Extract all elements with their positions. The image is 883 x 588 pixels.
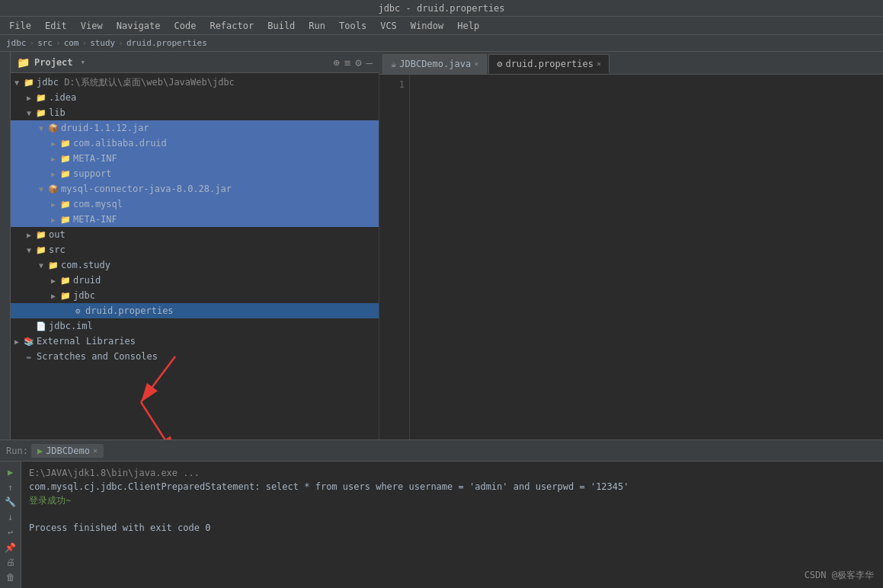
tree-label: META-INF bbox=[73, 153, 117, 164]
run-delete-btn[interactable]: 🗑 bbox=[2, 570, 19, 584]
run-play-btn[interactable]: ▶ bbox=[2, 465, 19, 479]
project-panel-header: 📁 Project ▾ ⊕ ≡ ⚙ — bbox=[11, 52, 379, 73]
tree-item-druid-props[interactable]: ⚙druid.properties bbox=[11, 303, 379, 318]
tree-item-ext-libs[interactable]: ▶📚External Libraries bbox=[11, 334, 379, 349]
run-label: Run: bbox=[6, 446, 28, 456]
menu-item-view[interactable]: View bbox=[75, 19, 109, 33]
breadcrumb-separator: › bbox=[30, 38, 35, 48]
tree-icon-iml: 📄 bbox=[35, 321, 47, 331]
editor-content: 1 bbox=[379, 75, 883, 439]
watermark: CSDN @极客李华 bbox=[805, 569, 874, 582]
tree-item-com-mysql[interactable]: ▶📁com.mysql bbox=[11, 197, 379, 212]
tab-close-btn[interactable]: ✕ bbox=[474, 59, 478, 68]
collapse-btn[interactable]: ≡ bbox=[344, 56, 350, 69]
tree-item-jdbc-root[interactable]: ▼📁jdbc D:\系统默认\桌面\web\JavaWeb\jdbc bbox=[11, 75, 379, 90]
tree-arrow: ▶ bbox=[23, 231, 35, 239]
menu-item-navigate[interactable]: Navigate bbox=[110, 19, 167, 33]
menu-item-code[interactable]: Code bbox=[168, 19, 203, 33]
tree-icon-jar: 📦 bbox=[47, 184, 59, 194]
tree-item-druid-jar[interactable]: ▼📦druid-1.1.12.jar bbox=[11, 120, 379, 136]
project-folder-icon: 📁 bbox=[17, 56, 30, 69]
run-tabs: Run: ▶ JDBCDemo ✕ bbox=[0, 440, 883, 462]
tree-icon-folder: 📁 bbox=[47, 260, 59, 270]
output-line: 登录成功~ bbox=[29, 494, 875, 507]
tree-item-jdbc-iml[interactable]: 📄jdbc.iml bbox=[11, 318, 379, 334]
tab-close-btn[interactable]: ✕ bbox=[597, 59, 601, 68]
right-panel: ☕JDBCDemo.java✕⚙druid.properties✕ 1 bbox=[379, 52, 883, 439]
breadcrumb-item: study bbox=[90, 38, 115, 48]
menu-item-help[interactable]: Help bbox=[451, 19, 485, 33]
tree-label: jdbc bbox=[73, 290, 95, 301]
tree-item-com-study[interactable]: ▼📁com.study bbox=[11, 257, 379, 273]
run-tab-close[interactable]: ✕ bbox=[93, 446, 98, 455]
tree-icon-folder: 📁 bbox=[35, 230, 47, 240]
tree-item-lib[interactable]: ▼📁lib bbox=[11, 105, 379, 120]
line-numbers: 1 bbox=[379, 75, 410, 439]
menu-item-run[interactable]: Run bbox=[302, 19, 331, 33]
tree-arrow: ▼ bbox=[35, 261, 47, 270]
tree-item-com-alibaba[interactable]: ▶📁com.alibaba.druid bbox=[11, 136, 379, 151]
tree-icon-jar: 📦 bbox=[47, 123, 59, 133]
output-line: E:\JAVA\jdk1.8\bin\java.exe ... bbox=[29, 466, 875, 480]
menu-item-vcs[interactable]: VCS bbox=[374, 19, 403, 33]
tree-item-src[interactable]: ▼📁src bbox=[11, 242, 379, 257]
tree-arrow: ▼ bbox=[23, 246, 35, 254]
tree-item-idea[interactable]: ▶📁.idea bbox=[11, 90, 379, 105]
run-tab-icon: ▶ bbox=[37, 446, 43, 456]
tree-label: External Libraries bbox=[37, 336, 136, 347]
tree-icon-folder: 📁 bbox=[59, 200, 72, 209]
editor-tab-druid-tab[interactable]: ⚙druid.properties✕ bbox=[488, 54, 609, 74]
tree-label: jdbc.iml bbox=[49, 321, 93, 331]
run-tab-jdbcdemo[interactable]: ▶ JDBCDemo ✕ bbox=[31, 444, 104, 458]
tree-label: jdbc D:\系统默认\桌面\web\JavaWeb\jdbc bbox=[37, 76, 235, 89]
tree-icon-folder: 📁 bbox=[59, 169, 72, 179]
tree-item-scratches[interactable]: ✏Scratches and Consoles bbox=[11, 349, 379, 364]
tree-item-druid-folder[interactable]: ▶📁druid bbox=[11, 273, 379, 288]
tree-label: com.alibaba.druid bbox=[73, 138, 167, 149]
editor-text[interactable] bbox=[410, 75, 883, 439]
output-line: Process finished with exit code 0 bbox=[29, 521, 875, 535]
menu-item-build[interactable]: Build bbox=[261, 19, 301, 33]
panel-dropdown-arrow[interactable]: ▾ bbox=[81, 57, 86, 67]
editor-tabs: ☕JDBCDemo.java✕⚙druid.properties✕ bbox=[379, 52, 883, 75]
file-tree: ▼📁jdbc D:\系统默认\桌面\web\JavaWeb\jdbc▶📁.ide… bbox=[11, 73, 379, 439]
tree-arrow: ▼ bbox=[35, 124, 47, 133]
tree-label: druid.properties bbox=[85, 305, 174, 316]
tree-arrow: ▶ bbox=[47, 292, 59, 300]
run-down-btn[interactable]: ↓ bbox=[2, 510, 19, 524]
title-text: jdbc - druid.properties bbox=[378, 3, 504, 14]
tree-label: src bbox=[49, 244, 66, 255]
tree-label: support bbox=[73, 168, 112, 179]
menu-item-window[interactable]: Window bbox=[405, 19, 449, 33]
run-wrench-btn[interactable]: 🔧 bbox=[2, 496, 19, 510]
tab-icon: ☕ bbox=[391, 59, 396, 69]
menu-item-tools[interactable]: Tools bbox=[333, 19, 373, 33]
menu-item-edit[interactable]: Edit bbox=[39, 19, 73, 33]
tree-item-out[interactable]: ▶📁out bbox=[11, 227, 379, 242]
tree-arrow: ▶ bbox=[47, 155, 59, 163]
breadcrumb: jdbc›src›com›study›druid.properties bbox=[0, 35, 883, 52]
tree-item-jdbc-folder[interactable]: ▶📁jdbc bbox=[11, 288, 379, 303]
minimize-btn[interactable]: — bbox=[366, 56, 373, 69]
editor-tab-jdbcdemo-tab[interactable]: ☕JDBCDemo.java✕ bbox=[382, 54, 487, 74]
settings-btn[interactable]: ⚙ bbox=[355, 56, 361, 69]
run-wrap-btn[interactable]: ↩ bbox=[2, 526, 19, 539]
run-toolbar: ▶ ↑ 🔧 ↓ ↩ 📌 🖨 🗑 bbox=[0, 462, 21, 588]
left-panel: 📁 Project ▾ ⊕ ≡ ⚙ — ▼📁jdbc D:\系统默认\桌面\we… bbox=[11, 52, 379, 439]
run-up-btn[interactable]: ↑ bbox=[2, 481, 19, 494]
tree-item-meta-inf2[interactable]: ▶📁META-INF bbox=[11, 212, 379, 227]
tree-arrow: ▶ bbox=[23, 94, 35, 102]
tree-item-support[interactable]: ▶📁support bbox=[11, 166, 379, 181]
tree-label: druid bbox=[73, 275, 101, 286]
tree-icon-root: 📁 bbox=[23, 78, 35, 88]
menu-item-file[interactable]: File bbox=[3, 19, 37, 33]
run-print-btn[interactable]: 🖨 bbox=[2, 556, 19, 570]
locate-btn[interactable]: ⊕ bbox=[333, 56, 339, 69]
tree-item-mysql-jar[interactable]: ▼📦mysql-connector-java-8.0.28.jar bbox=[11, 181, 379, 197]
menu-item-refactor[interactable]: Refactor bbox=[203, 19, 260, 33]
tree-label: out bbox=[49, 229, 66, 240]
title-bar: jdbc - druid.properties bbox=[0, 0, 883, 17]
tree-item-meta-inf1[interactable]: ▶📁META-INF bbox=[11, 151, 379, 166]
tree-icon-folder: 📁 bbox=[35, 93, 47, 103]
run-pin-btn[interactable]: 📌 bbox=[2, 541, 19, 554]
